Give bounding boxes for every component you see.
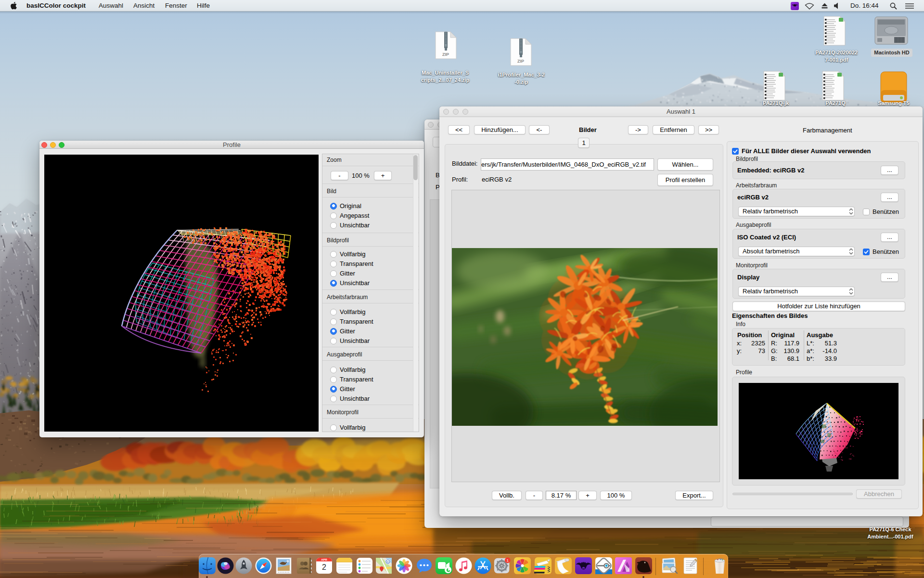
svg-text:1: 1	[507, 558, 509, 563]
svg-text:ZIP: ZIP	[517, 59, 524, 64]
svg-text:3D: 3D	[386, 560, 390, 564]
svg-text:ZIP: ZIP	[442, 52, 449, 57]
svg-text:APR: APR	[321, 558, 327, 561]
svg-text:2: 2	[322, 563, 326, 571]
